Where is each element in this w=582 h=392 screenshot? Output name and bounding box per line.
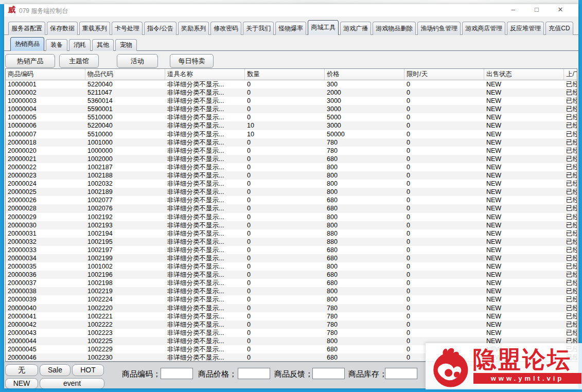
table-header-cell[interactable]: 数量: [245, 69, 325, 80]
table-cell: NEW: [484, 130, 564, 138]
toolbar-tab[interactable]: 渔场钓鱼管理: [417, 22, 461, 35]
watermark-overlay: 隐盟论坛 www.ymlt.vip: [426, 343, 582, 389]
table-row[interactable]: 100000035360014非详细分类不显示...030000NEW已经: [6, 97, 577, 105]
table-cell: 0: [404, 295, 484, 304]
table-row[interactable]: 200000181001000非详细分类不显示...07800NEW已经: [6, 138, 577, 147]
table-header-cell[interactable]: 限时/天: [404, 69, 484, 80]
subtab[interactable]: 装备: [46, 39, 67, 51]
table-cell: 10000003: [6, 97, 85, 105]
table-cell: 已经: [564, 97, 577, 105]
table-cell: 780: [325, 320, 404, 329]
table-row[interactable]: 100000015220040非详细分类不显示...03000NEW已经: [6, 80, 577, 88]
table-row[interactable]: 200000201000000非详细分类不显示...07800NEW已经: [6, 147, 577, 155]
toolbar-tab[interactable]: 修改密码: [210, 22, 241, 35]
toolbar-tab[interactable]: 卡号处理: [112, 22, 143, 35]
close-button[interactable]: ✕: [549, 4, 572, 16]
table-row[interactable]: 200000351001002非详细分类不显示...08000NEW已经: [6, 262, 577, 271]
minimize-button[interactable]: –: [501, 4, 525, 16]
table-row[interactable]: 200000281002076非详细分类不显示...06800NEW已经: [6, 204, 577, 212]
tag-button-sale[interactable]: Sale: [40, 364, 70, 376]
table-row[interactable]: 200000241002032非详细分类不显示...08000NEW已经: [6, 180, 577, 188]
table-header-cell[interactable]: 商品编码: [6, 69, 85, 80]
table-row[interactable]: 200000331002197非详细分类不显示...06800NEW已经: [6, 246, 577, 254]
table-cell: NEW: [484, 113, 564, 121]
table-row[interactable]: 200000341002199非详细分类不显示...06800NEW已经: [6, 254, 577, 262]
table-row[interactable]: 200000391002224非详细分类不显示...08000NEW已经: [6, 295, 577, 304]
table-header-cell[interactable]: 价格: [325, 69, 404, 80]
table-header-cell[interactable]: 出售状态: [484, 69, 564, 80]
subtab[interactable]: 宠物: [115, 39, 137, 51]
table-header-cell[interactable]: 道具名称: [165, 69, 245, 80]
action-button[interactable]: 主题馆: [59, 54, 99, 68]
toolbar-tab[interactable]: 游戏物品删除: [373, 22, 416, 35]
table-cell: 0: [404, 246, 484, 254]
subtab[interactable]: 热销商品: [10, 37, 44, 51]
table-row[interactable]: 200000411002221非详细分类不显示...07800NEW已经: [6, 312, 577, 320]
subtab[interactable]: 消耗: [69, 39, 91, 51]
table-cell: 已经: [564, 180, 577, 188]
toolbar-tab[interactable]: 关于我们: [243, 22, 274, 35]
table-row[interactable]: 200000291002192非详细分类不显示...08000NEW已经: [6, 213, 577, 221]
table-cell: 已经: [564, 88, 577, 97]
table-row[interactable]: 200000371002198非详细分类不显示...06800NEW已经: [6, 279, 577, 287]
table-cell: NEW: [484, 155, 564, 163]
table-row[interactable]: 200000211002000非详细分类不显示...06800NEW已经: [6, 155, 577, 163]
table-row[interactable]: 200000311002194非详细分类不显示...08800NEW已经: [6, 229, 577, 238]
table-row[interactable]: 200000231002188非详细分类不显示...08000NEW已经: [6, 171, 577, 180]
table-row[interactable]: 200000401002220非详细分类不显示...07800NEW已经: [6, 304, 577, 312]
table-row[interactable]: 100000025211047非详细分类不显示...020000NEW已经: [6, 88, 577, 97]
table-row[interactable]: 200000431002223非详细分类不显示...07800NEW已经: [6, 329, 577, 337]
table-cell: 非详细分类不显示...: [165, 229, 245, 238]
table-row[interactable]: 200000361002196非详细分类不显示...06800NEW已经: [6, 271, 577, 279]
toolbar-tab[interactable]: 指令/公告: [144, 22, 177, 35]
toolbar-tab[interactable]: 重载系列: [79, 22, 110, 35]
tag-button-event[interactable]: event: [40, 378, 104, 388]
toolbar-tab[interactable]: 充值CD: [545, 22, 573, 35]
toolbar-tab[interactable]: 怪物爆率: [275, 22, 306, 35]
table-header-cell[interactable]: 上/下: [564, 69, 577, 80]
table-cell: 已经: [564, 105, 577, 113]
table-header-cell[interactable]: 物品代码: [85, 69, 165, 80]
table-row[interactable]: 200000251002189非详细分类不显示...08000NEW已经: [6, 188, 577, 196]
toolbar-tab[interactable]: 商城工具: [308, 20, 339, 35]
toolbar-tab[interactable]: 反应堆管理: [507, 22, 544, 35]
subtab[interactable]: 其他: [92, 39, 114, 51]
field-input[interactable]: [161, 368, 193, 379]
table-row[interactable]: 200000321002195非详细分类不显示...08800NEW已经: [6, 238, 577, 246]
toolbar-tab[interactable]: 游戏商店管理: [462, 22, 505, 35]
forum-logo-icon: [429, 345, 472, 388]
toolbar-tab[interactable]: 服务器配置: [8, 22, 45, 35]
table-cell: 0: [404, 180, 484, 188]
titlebar[interactable]: 威 079 服务端控制台 – □ ✕: [4, 4, 578, 16]
table-row[interactable]: 200000221002187非详细分类不显示...08000NEW已经: [6, 163, 577, 171]
table-row[interactable]: 200000261002077非详细分类不显示...06800NEW已经: [6, 196, 577, 204]
action-button[interactable]: 活动: [117, 54, 158, 68]
tag-button-new[interactable]: NEW: [5, 378, 38, 388]
table-cell: 0: [404, 105, 484, 113]
table-cell: 非详细分类不显示...: [165, 345, 245, 353]
field-input[interactable]: [312, 368, 345, 379]
action-button[interactable]: 每日特卖: [170, 54, 214, 68]
table-row[interactable]: 100000055510000非详细分类不显示...050000NEW已经: [6, 113, 577, 121]
toolbar-tab[interactable]: 保存数据: [47, 22, 78, 35]
toolbar-tab[interactable]: 游戏广播: [340, 22, 371, 35]
field-input[interactable]: [385, 368, 417, 379]
table-cell: 1002192: [85, 213, 165, 221]
tag-button-hot[interactable]: HOT: [72, 364, 104, 376]
table-row[interactable]: 200000421002222非详细分类不显示...07800NEW已经: [6, 320, 577, 329]
table-cell: NEW: [484, 213, 564, 221]
table-row[interactable]: 100000065220040非详细分类不显示...1030000NEW已经: [6, 121, 577, 130]
maximize-button[interactable]: □: [525, 4, 549, 16]
table-row[interactable]: 200000301002193非详细分类不显示...08000NEW已经: [6, 221, 577, 229]
table-row[interactable]: 100000075510000非详细分类不显示...10500000NEW已经: [6, 130, 577, 138]
table-row[interactable]: 200000381002219非详细分类不显示...08000NEW已经: [6, 287, 577, 295]
table-cell: 780: [325, 329, 404, 337]
tag-button-无[interactable]: 无: [5, 364, 38, 376]
table-cell: 0: [245, 238, 325, 246]
table-row[interactable]: 100000045590001非详细分类不显示...030000NEW已经: [6, 105, 577, 113]
action-button[interactable]: 热销产品: [5, 54, 55, 68]
field-input[interactable]: [238, 368, 270, 379]
table-cell: 已经: [564, 329, 577, 337]
table-cell: 0: [245, 155, 325, 163]
toolbar-tab[interactable]: 奖励系列: [178, 22, 209, 35]
